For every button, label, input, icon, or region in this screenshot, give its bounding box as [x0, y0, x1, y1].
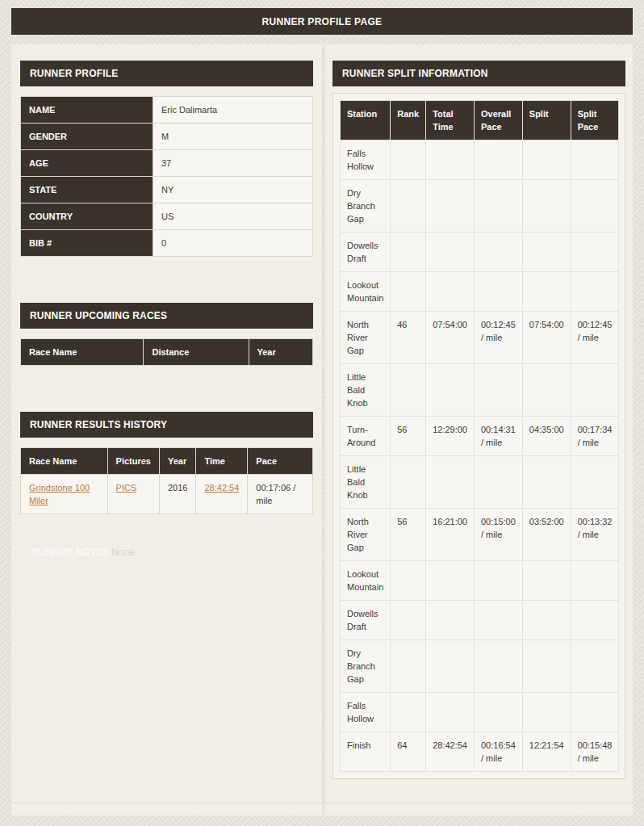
- split-overall-pace-cell: [474, 140, 522, 180]
- split-rank-cell: [391, 640, 426, 693]
- upcoming-header-col-1: Distance: [144, 339, 249, 366]
- split-split-pace-cell: 00:17:34 / mile: [571, 417, 619, 456]
- split-split-cell: 03:52:00: [522, 509, 571, 561]
- split-total-time-cell: [426, 601, 475, 640]
- left-panel-body: RUNNER PROFILE NAMEEric DalimartaGENDERM…: [11, 44, 322, 803]
- split-overall-pace-cell: [474, 364, 522, 417]
- split-split-pace-cell: [571, 233, 619, 272]
- split-split-pace-cell: [571, 561, 619, 601]
- split-split-cell: [522, 456, 571, 509]
- split-station-cell: Little Bald Knob: [341, 456, 391, 509]
- split-rank-cell: [391, 180, 426, 233]
- split-split-cell: [522, 364, 571, 417]
- split-overall-pace-cell: [474, 272, 522, 312]
- profile-field-label: COUNTRY: [21, 203, 153, 230]
- profile-field-row: AGE37: [21, 150, 313, 177]
- split-row: Lookout Mountain: [341, 272, 619, 312]
- profile-field-row: GENDERM: [21, 124, 313, 150]
- split-overall-pace-cell: 00:15:00 / mile: [474, 509, 522, 561]
- right-panel-footer: [325, 803, 633, 816]
- split-total-time-cell: [426, 640, 475, 693]
- page-title: RUNNER PROFILE PAGE: [262, 16, 383, 27]
- page-title-bar: RUNNER PROFILE PAGE: [11, 8, 633, 35]
- split-split-pace-cell: [571, 640, 619, 693]
- split-split-cell: [522, 180, 571, 233]
- split-station-cell: Falls Hollow: [341, 693, 391, 732]
- split-rank-cell: [391, 140, 426, 180]
- runner-profile-section-header: RUNNER PROFILE: [20, 61, 313, 86]
- results-header-col-3: Time: [196, 448, 248, 475]
- upcoming-races-section-title: RUNNER UPCOMING RACES: [30, 310, 167, 321]
- profile-field-label: BIB #: [21, 230, 153, 257]
- results-time-cell: 28:42:54: [196, 475, 248, 514]
- time-link[interactable]: 28:42:54: [204, 483, 239, 493]
- split-rank-cell: [391, 456, 426, 509]
- split-split-pace-cell: [571, 456, 619, 509]
- split-row: Dowells Draft: [341, 601, 619, 640]
- split-total-time-cell: [426, 233, 475, 272]
- split-row: North River Gap4607:54:0000:12:45 / mile…: [341, 312, 619, 364]
- split-split-cell: 04:35:00: [522, 417, 571, 456]
- split-station-cell: Falls Hollow: [341, 140, 391, 180]
- profile-field-value: 0: [153, 230, 313, 257]
- split-total-time-cell: 28:42:54: [426, 732, 475, 772]
- split-rank-cell: [391, 601, 426, 640]
- race-name-link[interactable]: Grindstone 100 Miler: [29, 483, 90, 505]
- split-rank-cell: [391, 693, 426, 732]
- split-split-cell: [522, 561, 571, 601]
- split-rank-cell: [391, 561, 426, 601]
- profile-field-label: GENDER: [21, 124, 153, 150]
- split-information-table: StationRankTotal TimeOverall PaceSplitSp…: [340, 100, 619, 772]
- split-station-cell: Dowells Draft: [341, 233, 391, 272]
- split-split-cell: 12:21:54: [522, 732, 571, 772]
- upcoming-races-header-row: Race NameDistanceYear: [21, 339, 313, 366]
- split-total-time-cell: [426, 272, 475, 312]
- profile-field-value: M: [153, 124, 313, 150]
- split-rank-cell: 46: [391, 312, 426, 364]
- runner-profile-section-title: RUNNER PROFILE: [30, 68, 118, 79]
- split-header-col-0: Station: [341, 101, 391, 140]
- split-split-pace-cell: 00:15:48 / mile: [571, 732, 619, 772]
- pictures-link[interactable]: PICS: [116, 483, 137, 493]
- split-information-section-title: RUNNER SPLIT INFORMATION: [342, 68, 488, 79]
- results-header-col-2: Year: [160, 448, 196, 475]
- split-split-cell: [522, 272, 571, 312]
- split-header-col-1: Rank: [391, 101, 426, 140]
- left-panel-footer: [11, 803, 322, 816]
- upcoming-races-table: Race NameDistanceYear: [20, 338, 313, 366]
- profile-field-row: STATENY: [21, 177, 313, 203]
- split-split-cell: 07:54:00: [522, 312, 571, 364]
- results-race-name-cell: Grindstone 100 Miler: [21, 475, 108, 514]
- runner-notes: RUNNER NOTES None: [31, 547, 313, 558]
- split-station-cell: Little Bald Knob: [341, 364, 391, 417]
- split-station-cell: North River Gap: [341, 312, 391, 364]
- split-split-pace-cell: [571, 180, 619, 233]
- split-overall-pace-cell: [474, 456, 522, 509]
- split-header-col-3: Overall Pace: [474, 101, 522, 140]
- profile-field-row: BIB #0: [21, 230, 313, 257]
- split-station-cell: Finish: [341, 732, 391, 772]
- split-split-cell: [522, 601, 571, 640]
- results-history-header-row: Race NamePicturesYearTimePace: [21, 448, 313, 475]
- split-station-cell: Dowells Draft: [341, 601, 391, 640]
- results-header-col-1: Pictures: [107, 448, 159, 475]
- split-overall-pace-cell: 00:16:54 / mile: [474, 732, 522, 772]
- split-header-col-2: Total Time: [426, 101, 475, 140]
- split-row: Dowells Draft: [341, 233, 619, 272]
- split-split-cell: [522, 693, 571, 732]
- split-total-time-cell: [426, 140, 475, 180]
- split-rank-cell: 56: [391, 417, 426, 456]
- split-station-cell: Turn-Around: [341, 417, 391, 456]
- split-total-time-cell: [426, 693, 475, 732]
- profile-field-value: NY: [153, 177, 313, 203]
- split-information-box: StationRankTotal TimeOverall PaceSplitSp…: [332, 93, 625, 779]
- split-total-time-cell: [426, 180, 475, 233]
- results-header-col-4: Pace: [248, 448, 313, 475]
- split-row: North River Gap5616:21:0000:15:00 / mile…: [341, 509, 619, 561]
- left-panel: RUNNER PROFILE NAMEEric DalimartaGENDERM…: [11, 44, 322, 816]
- upcoming-header-col-2: Year: [249, 339, 312, 366]
- split-overall-pace-cell: [474, 601, 522, 640]
- split-rank-cell: 64: [391, 732, 426, 772]
- split-overall-pace-cell: [474, 561, 522, 601]
- right-panel: RUNNER SPLIT INFORMATION StationRankTota…: [325, 44, 633, 816]
